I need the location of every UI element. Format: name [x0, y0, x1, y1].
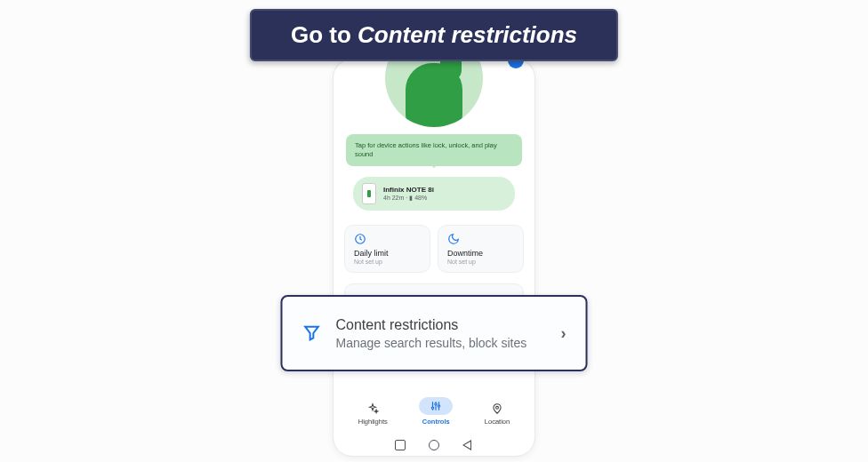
tab-controls[interactable]: Controls: [419, 397, 453, 426]
device-info: Infinix NOTE 8i 4h 22m · ▮ 48%: [383, 186, 434, 202]
device-chip[interactable]: Infinix NOTE 8i 4h 22m · ▮ 48%: [353, 177, 515, 211]
sparkle-icon: [366, 402, 379, 415]
hero-illustration: [334, 59, 534, 131]
downtime-sub: Not set up: [447, 259, 514, 265]
tab-controls-label: Controls: [422, 418, 450, 426]
device-name: Infinix NOTE 8i: [383, 186, 434, 194]
downtime-card[interactable]: Downtime Not set up: [438, 225, 524, 273]
filter-icon: [302, 323, 322, 343]
tab-highlights[interactable]: Highlights: [358, 402, 388, 426]
clock-icon: [354, 233, 421, 245]
daily-limit-sub: Not set up: [354, 259, 421, 265]
instruction-prefix: Go to: [291, 21, 358, 48]
nav-recent-icon[interactable]: [395, 440, 406, 450]
svg-point-1: [432, 407, 434, 409]
daily-limit-card[interactable]: Daily limit Not set up: [344, 225, 430, 273]
bottom-tabs: Highlights Controls Location: [334, 394, 534, 429]
svg-point-4: [496, 406, 499, 409]
nav-home-icon[interactable]: [429, 440, 439, 450]
tooltip-text: Tap for device actions like lock, unlock…: [355, 141, 497, 158]
tab-location-label: Location: [485, 418, 510, 426]
dino-neck: [440, 59, 462, 81]
svg-point-3: [438, 405, 440, 407]
instruction-target: Content restrictions: [358, 21, 577, 48]
phone-frame: Tap for device actions like lock, unlock…: [333, 59, 535, 457]
downtime-title: Downtime: [447, 249, 514, 258]
sliders-icon: [419, 397, 453, 415]
tab-location[interactable]: Location: [485, 402, 510, 426]
android-nav-bar: [334, 440, 534, 450]
device-sub: 4h 22m · ▮ 48%: [383, 195, 434, 202]
daily-limit-title: Daily limit: [354, 249, 421, 258]
quick-cards: Daily limit Not set up Downtime Not set …: [344, 225, 524, 273]
location-pin-icon: [491, 402, 503, 415]
device-icon: [362, 183, 376, 204]
nav-back-icon[interactable]: [462, 440, 473, 450]
callout-title: Content restrictions: [336, 317, 547, 333]
svg-point-2: [435, 403, 437, 405]
instruction-banner: Go to Content restrictions: [250, 9, 618, 61]
moon-icon: [447, 233, 514, 245]
tab-highlights-label: Highlights: [358, 418, 388, 426]
device-actions-tooltip[interactable]: Tap for device actions like lock, unlock…: [346, 134, 522, 166]
callout-sub: Manage search results, block sites: [336, 336, 547, 350]
chevron-right-icon: ›: [561, 324, 567, 343]
callout-text: Content restrictions Manage search resul…: [336, 317, 547, 350]
content-restrictions-callout[interactable]: Content restrictions Manage search resul…: [281, 295, 588, 371]
dino-circle: [385, 59, 483, 127]
